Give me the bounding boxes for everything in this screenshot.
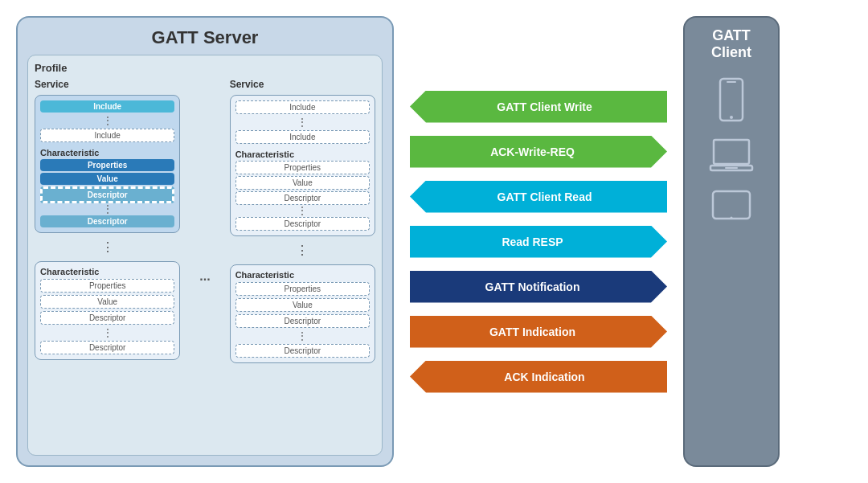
arrow-ack-write-label: ACK-Write-REQ xyxy=(490,145,575,158)
service1-desc1: Descriptor xyxy=(40,186,174,203)
arrow-read-label: GATT Client Read xyxy=(497,190,592,203)
svg-rect-3 xyxy=(714,140,749,164)
arrow-row-write: GATT Client Write xyxy=(410,90,667,124)
arrow-row-ack-write: ACK-Write-REQ xyxy=(410,135,667,169)
arrow-read-resp: Read RESP xyxy=(410,226,667,258)
gatt-server-title: GATT Server xyxy=(27,27,383,48)
char3-label: Characteristic xyxy=(235,149,370,159)
svg-rect-1 xyxy=(727,81,736,83)
tablet-icon xyxy=(711,190,751,220)
arrow-gatt-indication: GATT Indication xyxy=(410,316,667,348)
dots4: ⋮ xyxy=(40,327,174,338)
service1-char2-box: Characteristic Properties Value Descript… xyxy=(35,261,180,360)
char3-section: Characteristic Properties Value Descript… xyxy=(235,149,370,230)
arrow-ack-write-req: ACK-Write-REQ xyxy=(410,136,667,168)
gatt-client-panel: GATT Client xyxy=(683,16,780,467)
arrow-indication-label: GATT Indication xyxy=(489,325,575,338)
service1-include-highlight: Include xyxy=(40,100,174,113)
svg-rect-0 xyxy=(720,79,743,121)
dots7: ⋮ xyxy=(230,243,375,258)
char2-properties: Properties xyxy=(40,279,174,293)
laptop-device xyxy=(709,138,754,174)
arrows-area: GATT Client Write ACK-Write-REQ GATT Cli… xyxy=(402,16,675,467)
phone-device xyxy=(717,77,746,122)
svg-point-7 xyxy=(731,217,733,219)
char4-desc2: Descriptor xyxy=(235,344,370,358)
svg-rect-6 xyxy=(713,191,750,219)
service2-include2: Include xyxy=(235,130,370,144)
phone-icon xyxy=(717,77,746,122)
service2-properties: Properties xyxy=(235,161,370,174)
arrow-row-notification: GATT Notification xyxy=(410,270,667,304)
arrow-gatt-notification: GATT Notification xyxy=(410,271,667,303)
char4-value: Value xyxy=(235,298,370,312)
arrow-read-resp-label: Read RESP xyxy=(502,235,563,248)
arrow-gatt-client-read: GATT Client Read xyxy=(410,181,667,213)
dots2: ⋮ xyxy=(40,203,174,215)
profile-label: Profile xyxy=(35,62,375,74)
dots6: ⋮ xyxy=(235,205,370,216)
gatt-server-panel: GATT Server Profile Service Include ⋮ In… xyxy=(16,16,394,467)
service1-value: Value xyxy=(40,173,174,185)
arrow-write-label: GATT Client Write xyxy=(497,100,592,113)
char2-desc2: Descriptor xyxy=(40,341,174,354)
profile-box: Profile Service Include ⋮ Include Charac… xyxy=(27,55,383,456)
service2-include: Include xyxy=(235,100,370,114)
service-col-2: Service Include ⋮ Include Characteristic… xyxy=(230,79,375,363)
service1-label: Service xyxy=(35,79,180,90)
tablet-device xyxy=(711,190,751,220)
service2-box: Include ⋮ Include Characteristic Propert… xyxy=(230,95,375,236)
service1-box: Include ⋮ Include Characteristic Propert… xyxy=(35,95,180,233)
ellipsis-h: ··· xyxy=(199,272,210,287)
arrow-row-indication: GATT Indication xyxy=(410,315,667,349)
service-col-1: Service Include ⋮ Include Characteristic… xyxy=(35,79,180,360)
char2-value: Value xyxy=(40,295,174,309)
arrow-ack-indication-label: ACK Indication xyxy=(504,370,584,383)
service1-include-plain: Include xyxy=(40,129,174,142)
service1-properties: Properties xyxy=(40,159,174,171)
dots1: ⋮ xyxy=(40,115,174,126)
arrow-notification-label: GATT Notification xyxy=(485,280,580,293)
arrow-row-read-resp: Read RESP xyxy=(410,225,667,259)
arrow-row-ack-indication: ACK Indication xyxy=(410,360,667,394)
service1-desc2: Descriptor xyxy=(40,215,174,227)
svg-rect-5 xyxy=(725,167,738,169)
char2-label: Characteristic xyxy=(40,267,174,276)
service2-value: Value xyxy=(235,176,370,190)
arrow-row-read: GATT Client Read xyxy=(410,180,667,214)
service2-char2-box: Characteristic Properties Value Descript… xyxy=(230,264,375,363)
main-container: GATT Server Profile Service Include ⋮ In… xyxy=(0,0,868,483)
char1-section: Characteristic Properties Value Descript… xyxy=(40,148,174,227)
char4-properties: Properties xyxy=(235,282,370,296)
arrow-ack-indication: ACK Indication xyxy=(410,361,667,393)
char2-desc1: Descriptor xyxy=(40,311,174,325)
char4-label: Characteristic xyxy=(235,270,370,280)
service2-label: Service xyxy=(230,79,375,90)
service2-desc2: Descriptor xyxy=(235,217,370,231)
dots3: ⋮ xyxy=(35,239,180,255)
service2-desc1: Descriptor xyxy=(235,191,370,205)
dots5: ⋮ xyxy=(235,117,370,128)
svg-point-2 xyxy=(730,116,733,119)
char4-desc1: Descriptor xyxy=(235,314,370,328)
dots8: ⋮ xyxy=(235,330,370,342)
services-row: Service Include ⋮ Include Characteristic… xyxy=(35,79,375,448)
arrow-gatt-client-write: GATT Client Write xyxy=(410,91,667,123)
char1-label: Characteristic xyxy=(40,148,174,158)
laptop-icon xyxy=(709,138,754,174)
gatt-client-title: GATT Client xyxy=(694,27,768,61)
